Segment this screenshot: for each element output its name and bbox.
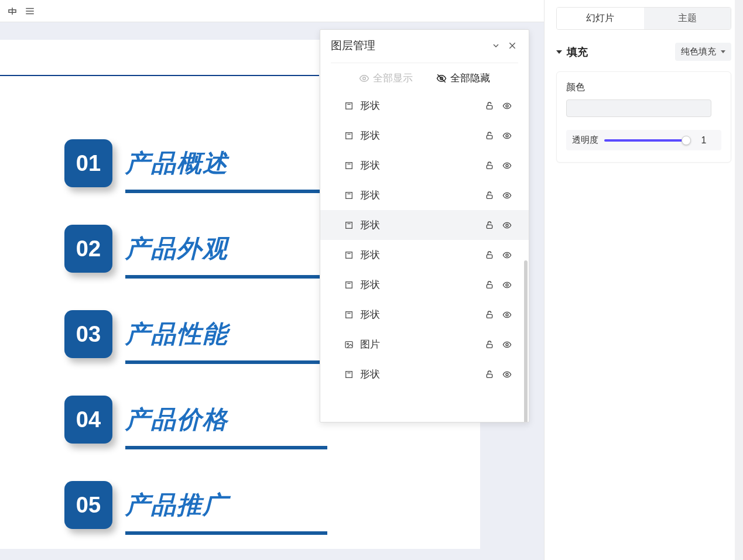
toc-underline [125, 275, 327, 279]
visibility-icon[interactable] [502, 160, 512, 171]
unlock-icon[interactable] [484, 160, 495, 171]
visibility-icon[interactable] [502, 310, 512, 320]
unlock-icon[interactable] [484, 280, 495, 290]
toc-item-5[interactable]: 05 产品推广 [64, 481, 228, 529]
properties-panel: 幻灯片 主题 填充 纯色填充 颜色 透明度 [544, 0, 743, 560]
scrollbar[interactable] [524, 260, 528, 422]
layer-name: 形状 [360, 367, 484, 381]
layer-row[interactable]: 形状 [320, 270, 529, 300]
toc-label: 产品概述 [125, 147, 228, 180]
visibility-icon[interactable] [502, 280, 512, 290]
visibility-icon[interactable] [502, 250, 512, 260]
show-all-button[interactable]: 全部显示 [359, 71, 413, 85]
toc-underline [125, 360, 327, 364]
hide-all-label: 全部隐藏 [450, 71, 490, 85]
shape-icon [344, 160, 354, 171]
layer-list: 形状形状形状形状形状形状形状形状图片形状 [320, 91, 529, 422]
visibility-icon[interactable] [502, 101, 512, 111]
shape-icon [344, 280, 354, 290]
layer-name: 图片 [360, 338, 484, 351]
shape-icon [344, 250, 354, 260]
toc-list: 01 产品概述 02 产品外观 03 产品性能 04 产品价格 05 产 [64, 139, 228, 529]
shape-icon [344, 190, 354, 201]
visibility-icon[interactable] [502, 190, 512, 201]
toc-number: 05 [64, 481, 112, 529]
toc-underline [125, 446, 327, 449]
tab-theme[interactable]: 主题 [644, 8, 731, 29]
opacity-slider[interactable] [604, 139, 686, 142]
shape-icon [344, 369, 354, 380]
shape-icon [344, 310, 354, 320]
svg-rect-28 [487, 225, 492, 228]
layer-panel-title: 图层管理 [331, 38, 375, 53]
toc-number: 01 [64, 139, 112, 187]
image-icon [344, 339, 354, 350]
opacity-input[interactable] [692, 135, 715, 146]
align-distribute-icon[interactable] [25, 6, 35, 16]
visibility-icon[interactable] [502, 369, 512, 380]
layer-name: 形状 [360, 129, 484, 142]
toc-label: 产品价格 [125, 403, 228, 436]
align-middle-icon[interactable] [7, 6, 18, 16]
layer-row[interactable]: 形状 [320, 210, 529, 240]
layer-row[interactable]: 形状 [320, 180, 529, 210]
unlock-icon[interactable] [484, 369, 495, 380]
visibility-icon[interactable] [502, 220, 512, 231]
shape-icon [344, 220, 354, 231]
slider-thumb[interactable] [682, 136, 691, 145]
color-swatch[interactable] [566, 99, 711, 117]
svg-rect-25 [487, 195, 492, 198]
properties-tabs: 幻灯片 主题 [556, 7, 731, 30]
svg-point-23 [506, 164, 508, 167]
toc-number: 03 [64, 310, 112, 358]
unlock-icon[interactable] [484, 101, 495, 111]
toc-item-2[interactable]: 02 产品外观 [64, 225, 228, 273]
visibility-icon[interactable] [502, 130, 512, 141]
svg-point-26 [506, 194, 508, 197]
opacity-row: 透明度 [566, 130, 721, 150]
svg-rect-44 [487, 374, 492, 377]
color-label: 颜色 [566, 81, 721, 94]
tab-slide[interactable]: 幻灯片 [557, 8, 644, 29]
hide-all-button[interactable]: 全部隐藏 [436, 71, 490, 85]
svg-point-29 [506, 224, 508, 226]
svg-point-45 [506, 373, 508, 376]
toc-item-1[interactable]: 01 产品概述 [64, 139, 228, 187]
layer-row[interactable]: 形状 [320, 359, 529, 389]
layer-name: 形状 [360, 99, 484, 112]
unlock-icon[interactable] [484, 310, 495, 320]
fill-type-value: 纯色填充 [681, 46, 716, 57]
right-scrollbar[interactable] [735, 0, 743, 560]
layer-name: 形状 [360, 188, 484, 202]
toc-underline [125, 190, 327, 193]
unlock-icon[interactable] [484, 220, 495, 231]
toc-underline [125, 531, 327, 535]
fill-section-label[interactable]: 填充 [556, 45, 588, 59]
toc-item-4[interactable]: 04 产品价格 [64, 396, 228, 444]
svg-rect-15 [346, 102, 352, 109]
layer-name: 形状 [360, 278, 484, 291]
layer-row[interactable]: 形状 [320, 240, 529, 270]
layer-row[interactable]: 图片 [320, 329, 529, 359]
fill-type-select[interactable]: 纯色填充 [675, 43, 731, 61]
layer-panel: 图层管理 全部显示 全部隐藏 形状形状形状形状形状形状形状形状图片形状 [320, 29, 529, 422]
close-icon[interactable] [506, 40, 518, 51]
svg-point-17 [506, 105, 508, 107]
unlock-icon[interactable] [484, 190, 495, 201]
svg-rect-24 [346, 192, 352, 198]
svg-point-38 [506, 314, 508, 316]
toc-item-3[interactable]: 03 产品性能 [64, 310, 228, 358]
collapse-icon[interactable] [490, 40, 502, 51]
unlock-icon[interactable] [484, 250, 495, 260]
show-all-label: 全部显示 [373, 71, 413, 85]
unlock-icon[interactable] [484, 339, 495, 350]
layer-row[interactable]: 形状 [320, 300, 529, 329]
svg-rect-33 [346, 281, 352, 288]
visibility-icon[interactable] [502, 339, 512, 350]
layer-name: 形状 [360, 159, 484, 172]
unlock-icon[interactable] [484, 130, 495, 141]
layer-row[interactable]: 形状 [320, 91, 529, 121]
eye-icon [359, 73, 369, 84]
layer-row[interactable]: 形状 [320, 121, 529, 150]
layer-row[interactable]: 形状 [320, 150, 529, 180]
